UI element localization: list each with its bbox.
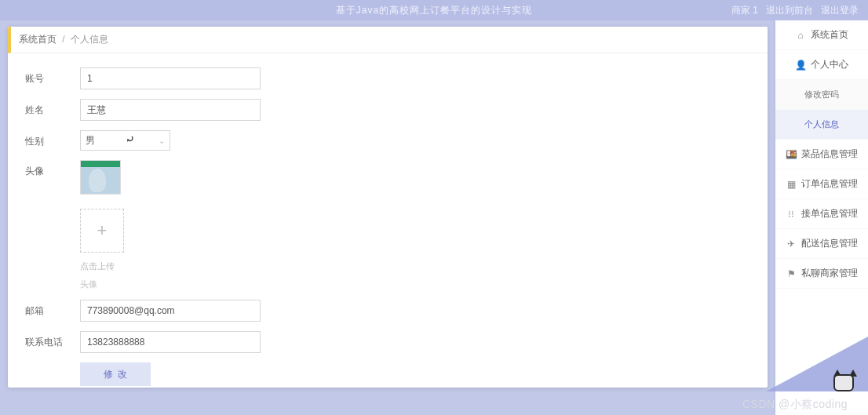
topbar-user[interactable]: 商家 1 (731, 4, 758, 17)
name-input[interactable] (80, 99, 261, 121)
gender-value: 男 (86, 134, 95, 147)
sidebar-item-accept-mgmt[interactable]: ⁝⁝ 接单信息管理 (775, 199, 868, 229)
sidebar-item-label: 系统首页 (811, 28, 848, 42)
page-title: 基于Java的高校网上订餐平台的设计与实现 (336, 4, 532, 17)
home-icon: ⌂ (795, 30, 806, 41)
sidebar-item-label: 个人信息 (804, 118, 839, 130)
sidebar-item-order-mgmt[interactable]: ▦ 订单信息管理 (775, 169, 868, 199)
sidebar-item-label: 配送信息管理 (801, 237, 858, 250)
watermark: CSDN @小蔡coding (742, 398, 848, 412)
sidebar-item-home[interactable]: ⌂ 系统首页 (775, 20, 868, 50)
account-input[interactable] (80, 67, 261, 89)
plus-icon: + (97, 220, 108, 241)
submit-button[interactable]: 修改 (80, 362, 151, 386)
top-bar: 基于Java的高校网上订餐平台的设计与实现 商家 1 退出到前台 退出登录 (0, 0, 868, 20)
topbar-exit-front[interactable]: 退出到前台 (766, 4, 813, 17)
breadcrumb: 系统首页 / 个人信息 (8, 27, 768, 53)
sidebar-item-label: 私聊商家管理 (801, 267, 858, 280)
content-panel: 系统首页 / 个人信息 账号 姓名 性别 男 ⌄ (8, 27, 768, 388)
dots-icon: ⁝⁝ (786, 209, 797, 220)
breadcrumb-sep: / (62, 34, 64, 45)
sidebar-item-label: 订单信息管理 (801, 177, 858, 191)
topbar-right: 商家 1 退出到前台 退出登录 (731, 4, 859, 17)
goods-icon: 🍱 (786, 149, 797, 160)
email-label: 邮箱 (25, 300, 80, 318)
breadcrumb-current: 个人信息 (71, 34, 108, 45)
sidebar-item-label: 修改密码 (804, 89, 839, 100)
profile-form: 账号 姓名 性别 男 ⌄ 头像 (8, 53, 768, 388)
gender-label: 性别 (25, 130, 80, 148)
chevron-down-icon: ⌄ (159, 137, 165, 145)
sidebar-item-profile-center[interactable]: 👤 个人中心 (775, 50, 868, 80)
breadcrumb-root[interactable]: 系统首页 (19, 34, 57, 45)
avatar-image[interactable] (80, 160, 121, 195)
user-icon: 👤 (795, 60, 806, 71)
avatar-label: 头像 (25, 160, 80, 178)
email-input[interactable] (80, 300, 261, 322)
sidebar-item-delivery-mgmt[interactable]: ✈ 配送信息管理 (775, 229, 868, 259)
phone-label: 联系电话 (25, 331, 80, 349)
sidebar-item-chat-mgmt[interactable]: ⚑ 私聊商家管理 (775, 259, 868, 289)
sidebar-item-profile-info[interactable]: 个人信息 (775, 110, 868, 140)
cat-mascot (829, 371, 860, 401)
sidebar-item-label: 接单信息管理 (801, 207, 858, 220)
gender-select[interactable]: 男 ⌄ (80, 130, 170, 151)
account-label: 账号 (25, 67, 80, 86)
sidebar-item-dish-mgmt[interactable]: 🍱 菜品信息管理 (775, 140, 868, 169)
avatar-caption: 头像 (80, 278, 124, 290)
upload-button[interactable]: + (80, 209, 124, 253)
sidebar-item-label: 菜品信息管理 (801, 147, 858, 161)
sidebar-item-label: 个人中心 (811, 58, 848, 71)
grid-icon: ▦ (786, 179, 797, 190)
phone-input[interactable] (80, 331, 261, 353)
topbar-logout[interactable]: 退出登录 (821, 4, 859, 17)
send-icon: ✈ (786, 238, 797, 249)
sidebar-item-change-password[interactable]: 修改密码 (775, 80, 868, 110)
flag-icon: ⚑ (786, 268, 797, 279)
upload-hint: 点击上传 (80, 260, 124, 272)
name-label: 姓名 (25, 99, 80, 117)
